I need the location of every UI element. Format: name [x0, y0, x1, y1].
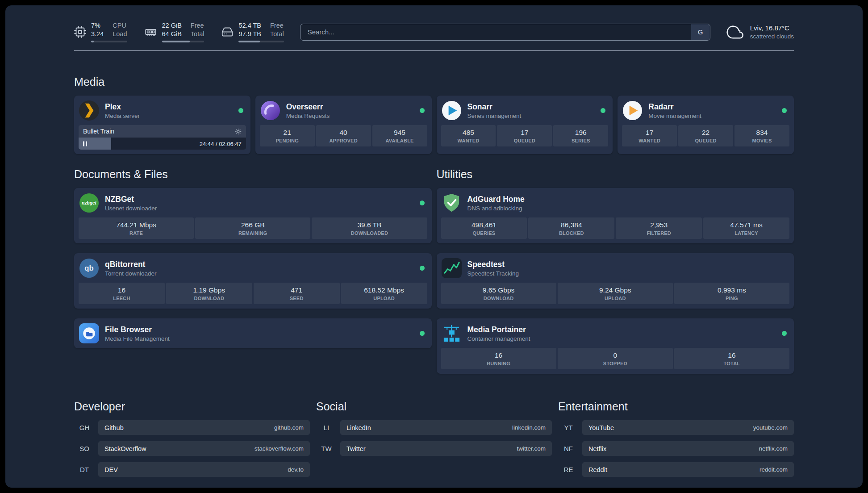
section-documents: Documents & Files nzbget: [74, 167, 432, 374]
bookmark-abbr: SO: [74, 441, 95, 456]
search-input[interactable]: [300, 24, 710, 41]
stat-block: 266 GB REMAINING: [195, 217, 310, 239]
nzbget-header: nzbget NZBGet Usenet downloader: [79, 192, 427, 213]
bookmark-link[interactable]: Reddit reddit.com: [582, 462, 794, 477]
service-name: File Browser: [105, 325, 170, 334]
qbittorrent-header: qb qBittorrent Torrent downloader: [79, 258, 427, 279]
bookmark-link[interactable]: LinkedIn linkedin.com: [340, 420, 552, 435]
stat-value: 485: [442, 129, 495, 137]
bookmark-linkedin: LI LinkedIn linkedin.com: [316, 420, 552, 435]
service-card-adguard[interactable]: AdGuard Home DNS and adblocking 498,461 …: [437, 188, 794, 243]
plex-now-playing-widget: Bullet Train 24:44 / 02:06:47: [79, 125, 246, 150]
stat-value: 2,953: [617, 221, 701, 229]
stat-block: 9.65 Gbps DOWNLOAD: [441, 283, 556, 304]
adguard-icon: [441, 192, 462, 213]
stat-value: 0.993 ms: [675, 286, 789, 294]
bookmark-link[interactable]: DEV dev.to: [98, 462, 310, 477]
stat-label: DOWNLOAD: [167, 296, 251, 301]
service-card-radarr[interactable]: Radarr Movie management 17 WANTED 22 QUE…: [618, 96, 794, 154]
radarr-icon: [622, 100, 643, 121]
stat-value: 834: [735, 129, 789, 137]
nzbget-stats: 744.21 Mbps RATE 266 GB REMAINING 39.6 T…: [79, 217, 427, 239]
stat-value: 266 GB: [196, 221, 309, 229]
cpu-percent: 7%: [91, 21, 104, 30]
cpu-label: CPU: [113, 21, 127, 30]
cpu-icon: [74, 26, 86, 38]
stat-label: DOWNLOAD: [442, 296, 555, 301]
bookmark-group-developer: Developer GH Github github.com SO: [74, 400, 310, 477]
stat-block: 2,953 FILTERED: [616, 217, 702, 239]
qbittorrent-icon-label: qb: [84, 264, 93, 273]
stat-label: WANTED: [442, 138, 495, 143]
stat-label: UPLOAD: [342, 296, 426, 301]
service-card-overseerr[interactable]: Overseerr Media Requests 21 PENDING 40 A…: [255, 96, 432, 154]
adguard-header: AdGuard Home DNS and adblocking: [441, 192, 790, 213]
portainer-stats: 16 RUNNING 0 STOPPED 16 TOTAL: [441, 348, 790, 369]
stat-value: 16: [442, 351, 555, 359]
search-provider-button[interactable]: G: [691, 24, 710, 40]
service-card-sonarr[interactable]: Sonarr Series management 485 WANTED 17 Q…: [437, 96, 613, 154]
cloud-icon: [726, 23, 744, 41]
service-card-nzbget[interactable]: nzbget NZBGet Usenet downloader 74: [74, 188, 432, 243]
disk-progress-bar: [238, 41, 284, 42]
stat-value: 17: [498, 129, 551, 137]
gear-icon[interactable]: [235, 128, 242, 135]
service-name: Radarr: [648, 102, 701, 112]
portainer-icon: [441, 323, 462, 344]
stat-label: WANTED: [623, 138, 676, 143]
stat-label: BLOCKED: [529, 230, 613, 236]
disk-free: 52.4 TB: [238, 21, 261, 30]
top-bar: 7% 3.24 CPU Load: [74, 21, 794, 42]
cpu-progress-fill: [91, 41, 94, 42]
sonarr-stats: 485 WANTED 17 QUEUED 196 SERIES: [441, 125, 609, 146]
service-name: Sonarr: [467, 102, 522, 112]
bookmark-name: StackOverflow: [104, 445, 146, 452]
service-description: Torrent downloader: [105, 270, 157, 277]
bookmark-group-entertainment: Entertainment YT YouTube youtube.com NF: [558, 400, 794, 477]
bookmark-link[interactable]: YouTube youtube.com: [582, 420, 794, 435]
stat-label: TOTAL: [675, 361, 789, 366]
stat-label: LEECH: [79, 296, 164, 301]
adguard-stats: 498,461 QUERIES 86,384 BLOCKED 2,953 FIL…: [441, 217, 790, 239]
service-card-speedtest[interactable]: Speedtest Speedtest Tracking 9.65 Gbps D…: [437, 253, 794, 309]
bookmark-link[interactable]: Github github.com: [98, 420, 310, 435]
stat-value: 9.24 Gbps: [559, 286, 672, 294]
stat-value: 40: [317, 129, 370, 137]
service-card-filebrowser[interactable]: File Browser Media File Management: [74, 318, 432, 348]
service-description: Media File Management: [105, 335, 170, 342]
bookmark-stackoverflow: SO StackOverflow stackoverflow.com: [74, 441, 310, 456]
stat-value: 47.571 ms: [704, 221, 789, 229]
stat-block: 618.52 Mbps UPLOAD: [341, 283, 427, 304]
dashboard-panel: 7% 3.24 CPU Load: [5, 5, 863, 488]
service-card-plex[interactable]: Plex Media server Bullet Train: [74, 96, 250, 154]
plex-icon: [79, 100, 100, 121]
status-dot: [238, 108, 243, 113]
stat-block: 21 PENDING: [260, 125, 315, 146]
bookmark-link[interactable]: Twitter twitter.com: [340, 441, 552, 456]
stat-label: AVAILABLE: [373, 138, 426, 143]
sonarr-header: Sonarr Series management: [441, 100, 609, 121]
cpu-widget: 7% 3.24 CPU Load: [74, 21, 127, 42]
bookmark-link[interactable]: Netflix netflix.com: [582, 441, 794, 456]
stat-block: 196 SERIES: [553, 125, 608, 146]
stat-block: 86,384 BLOCKED: [528, 217, 614, 239]
bookmark-link[interactable]: StackOverflow stackoverflow.com: [98, 441, 310, 456]
memory-total: 64 GiB: [162, 30, 182, 38]
stat-value: 1.19 Gbps: [167, 286, 251, 294]
service-card-qbittorrent[interactable]: qb qBittorrent Torrent downloader: [74, 253, 432, 309]
service-card-portainer[interactable]: Media Portainer Container management 16 …: [437, 318, 794, 374]
disk-sublabel: Total: [270, 30, 284, 38]
stat-label: SERIES: [554, 138, 607, 143]
stat-label: REMAINING: [196, 230, 309, 236]
stat-block: 834 MOVIES: [734, 125, 789, 146]
stat-block: 39.6 TB DOWNLOADED: [312, 217, 427, 239]
stat-block: 1.19 Gbps DOWNLOAD: [166, 283, 252, 304]
bookmark-group-title: Developer: [74, 400, 310, 413]
bookmark-url: youtube.com: [753, 424, 788, 431]
bookmark-youtube: YT YouTube youtube.com: [558, 420, 794, 435]
stat-value: 498,461: [442, 221, 526, 229]
resource-widgets: 7% 3.24 CPU Load: [74, 21, 284, 42]
bookmark-abbr: TW: [316, 441, 337, 456]
stat-block: 9.24 Gbps UPLOAD: [558, 283, 673, 304]
bookmark-abbr: RE: [558, 462, 579, 477]
